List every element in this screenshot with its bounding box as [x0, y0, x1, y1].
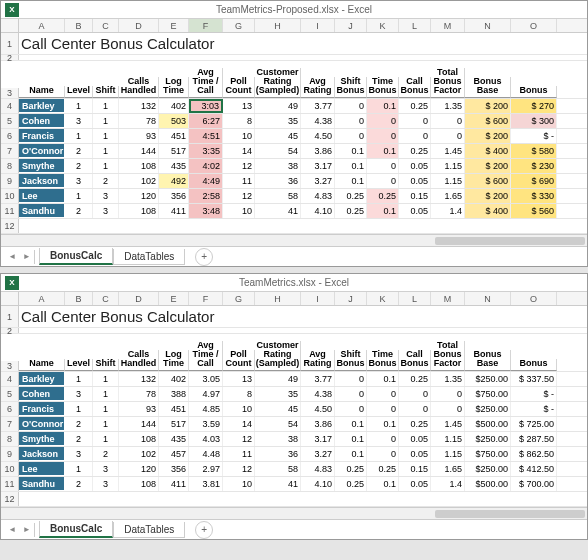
row-header[interactable]: 5: [1, 387, 19, 401]
cell-lt[interactable]: 411: [159, 204, 189, 218]
cell-ar[interactable]: 4.83: [301, 189, 335, 203]
tab-bonuscalc[interactable]: BonusCalc: [39, 248, 113, 265]
cell-bn[interactable]: $ 270: [511, 99, 557, 113]
cell-lvl[interactable]: 2: [65, 417, 93, 431]
cell-bn[interactable]: $ 725.00: [511, 417, 557, 431]
cell-bn[interactable]: $ 412.50: [511, 462, 557, 476]
cell-name[interactable]: Francis: [19, 129, 65, 143]
spreadsheet-grid-top[interactable]: 1 Call Center Bonus Calculator 2 3 NameL…: [1, 33, 587, 234]
cell-cb[interactable]: 0.05: [399, 159, 431, 173]
cell-ch[interactable]: 120: [119, 462, 159, 476]
cell-sh[interactable]: 1: [93, 402, 119, 416]
cell-lvl[interactable]: 3: [65, 387, 93, 401]
cell-pc[interactable]: 11: [223, 174, 255, 188]
cell-tb[interactable]: 0: [367, 387, 399, 401]
cell-lvl[interactable]: 1: [65, 129, 93, 143]
cell-sh[interactable]: 1: [93, 99, 119, 113]
cell-sh[interactable]: 3: [93, 204, 119, 218]
cell-ar[interactable]: 3.17: [301, 159, 335, 173]
cell-tbf[interactable]: 1.45: [431, 417, 465, 431]
cell-sb[interactable]: 0: [335, 372, 367, 386]
row-header[interactable]: 7: [1, 417, 19, 431]
cell-tb[interactable]: 0.1: [367, 417, 399, 431]
cell-cb[interactable]: 0: [399, 114, 431, 128]
column-header[interactable]: L: [399, 19, 431, 32]
cell-ch[interactable]: 120: [119, 189, 159, 203]
row-header[interactable]: 11: [1, 204, 19, 218]
cell-bb[interactable]: $ 200: [465, 159, 511, 173]
cell-bn[interactable]: $ 580: [511, 144, 557, 158]
cell-cr[interactable]: 58: [255, 462, 301, 476]
column-header[interactable]: C: [93, 19, 119, 32]
cell-ch[interactable]: 144: [119, 417, 159, 431]
cell-lt[interactable]: 451: [159, 402, 189, 416]
column-header[interactable]: K: [367, 19, 399, 32]
cell-tbf[interactable]: 0: [431, 114, 465, 128]
cell-pc[interactable]: 12: [223, 159, 255, 173]
cell-bn[interactable]: $ 690: [511, 174, 557, 188]
cell-sb[interactable]: 0.25: [335, 204, 367, 218]
cell-ar[interactable]: 3.27: [301, 447, 335, 461]
cell-name[interactable]: Smythe: [19, 159, 65, 173]
add-sheet-button[interactable]: +: [195, 248, 213, 266]
cell-bn[interactable]: $ -: [511, 387, 557, 401]
cell-ch[interactable]: 132: [119, 372, 159, 386]
column-header[interactable]: L: [399, 292, 431, 305]
cell-sb[interactable]: 0: [335, 387, 367, 401]
cell-cr[interactable]: 49: [255, 372, 301, 386]
cell-sh[interactable]: 1: [93, 372, 119, 386]
column-header[interactable]: H: [255, 292, 301, 305]
cell-sb[interactable]: 0: [335, 129, 367, 143]
select-all-corner[interactable]: [1, 292, 19, 305]
cell-cb[interactable]: 0.15: [399, 462, 431, 476]
cell-lvl[interactable]: 2: [65, 477, 93, 491]
cell-lt[interactable]: 517: [159, 144, 189, 158]
cell-bb[interactable]: $ 400: [465, 204, 511, 218]
cell-ar[interactable]: 3.86: [301, 144, 335, 158]
cell-tbf[interactable]: 1.65: [431, 462, 465, 476]
column-header[interactable]: O: [511, 292, 557, 305]
cell-tbf[interactable]: 1.15: [431, 159, 465, 173]
cell-bb[interactable]: $ 200: [465, 99, 511, 113]
cell-avg[interactable]: 2:58: [189, 189, 223, 203]
cell-bb[interactable]: $750.00: [465, 447, 511, 461]
row-header[interactable]: 8: [1, 432, 19, 446]
cell-tbf[interactable]: 1.15: [431, 447, 465, 461]
column-header[interactable]: D: [119, 19, 159, 32]
cell-cb[interactable]: 0.05: [399, 204, 431, 218]
cell-avg[interactable]: 4.97: [189, 387, 223, 401]
cell-bn[interactable]: $ 330: [511, 189, 557, 203]
cell-ch[interactable]: 102: [119, 174, 159, 188]
select-all-corner[interactable]: [1, 19, 19, 32]
cell-sb[interactable]: 0.1: [335, 432, 367, 446]
cell-tb[interactable]: 0.1: [367, 477, 399, 491]
cell-cr[interactable]: 41: [255, 477, 301, 491]
prev-icon[interactable]: ◄: [8, 252, 16, 261]
column-header[interactable]: B: [65, 292, 93, 305]
cell-avg[interactable]: 3.05: [189, 372, 223, 386]
cell-tbf[interactable]: 0: [431, 402, 465, 416]
cell-pc[interactable]: 14: [223, 417, 255, 431]
row-header[interactable]: 10: [1, 462, 19, 476]
cell-lt[interactable]: 435: [159, 432, 189, 446]
spreadsheet-grid-bottom[interactable]: 1 Call Center Bonus Calculator 2 3 NameL…: [1, 306, 587, 507]
cell-sh[interactable]: 3: [93, 462, 119, 476]
cell-bn[interactable]: $ -: [511, 129, 557, 143]
cell-sb[interactable]: 0.1: [335, 417, 367, 431]
cell-bb[interactable]: $250.00: [465, 462, 511, 476]
page-title[interactable]: Call Center Bonus Calculator: [19, 306, 549, 327]
cell-name[interactable]: Barkley: [19, 99, 65, 113]
cell-avg[interactable]: 4:51: [189, 129, 223, 143]
cell-sb[interactable]: 0.1: [335, 144, 367, 158]
row-header[interactable]: 1: [1, 33, 19, 54]
cell-sh[interactable]: 1: [93, 387, 119, 401]
cell-pc[interactable]: 10: [223, 129, 255, 143]
cell-avg[interactable]: 4.85: [189, 402, 223, 416]
column-header[interactable]: G: [223, 292, 255, 305]
cell-cr[interactable]: 35: [255, 387, 301, 401]
cell-bb[interactable]: $750.00: [465, 387, 511, 401]
column-header[interactable]: J: [335, 292, 367, 305]
row-header[interactable]: 11: [1, 477, 19, 491]
cell-sb[interactable]: 0: [335, 402, 367, 416]
column-header[interactable]: E: [159, 19, 189, 32]
